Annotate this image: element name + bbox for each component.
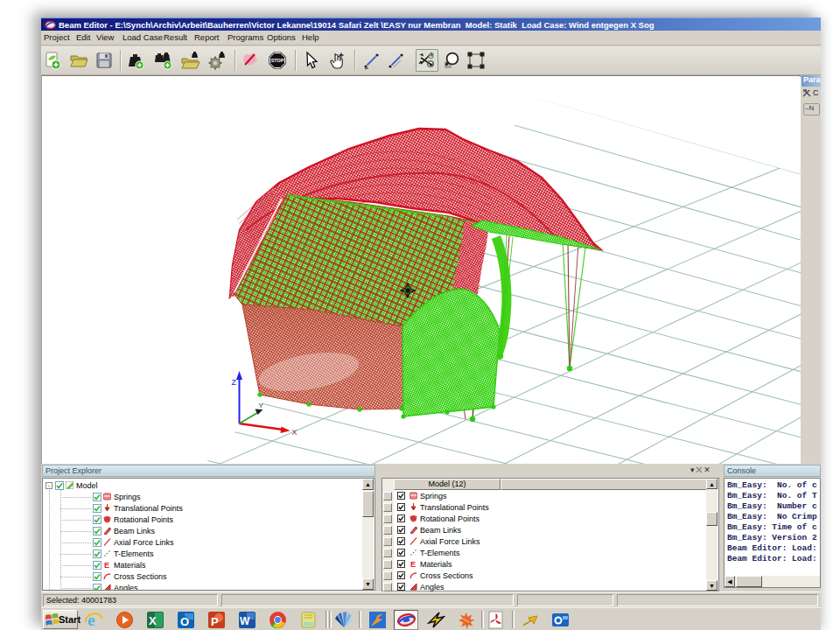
svg-text:X: X	[292, 428, 298, 437]
svg-text:P: P	[211, 615, 219, 628]
svg-text:Y: Y	[259, 402, 264, 410]
svg-text:E: E	[104, 561, 109, 569]
svg-text:O: O	[180, 615, 189, 628]
svg-text:X: X	[149, 614, 157, 627]
svg-text:W: W	[240, 615, 250, 627]
svg-text:E: E	[410, 560, 416, 568]
svg-text:STOP: STOP	[271, 58, 284, 63]
svg-text:Z: Z	[232, 378, 237, 387]
